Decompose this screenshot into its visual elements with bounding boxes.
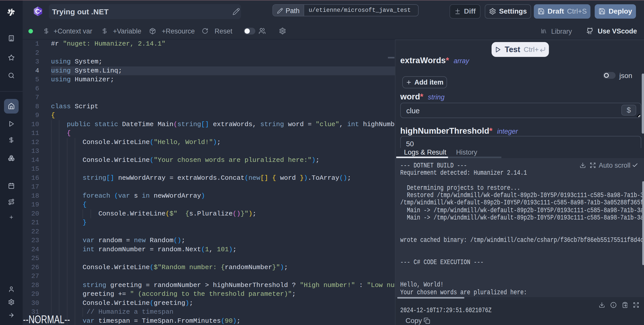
svg-text:C: C (35, 8, 40, 15)
svg-text:#: # (40, 9, 42, 13)
